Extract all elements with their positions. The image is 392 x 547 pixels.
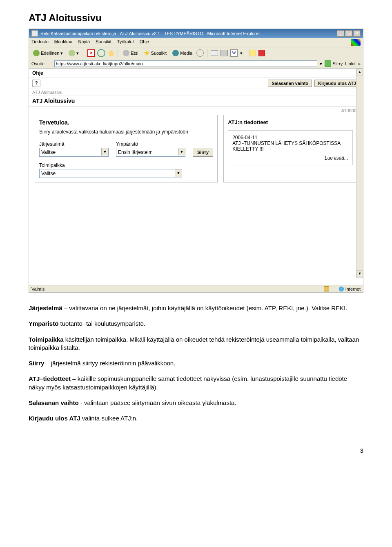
breadcrumb: ATJ Aloitussivu [29, 89, 363, 96]
ie-icon [31, 30, 38, 37]
page-content: Ohje ? Salasanan vaihto Kirjaudu ulos AT… [29, 69, 363, 285]
close-button[interactable]: × [353, 30, 361, 37]
page-number: 3 [29, 447, 363, 454]
back-button[interactable]: Edellinen ▾ [31, 49, 65, 57]
go-button[interactable]: Siirry [325, 60, 343, 67]
jarjestelma-label: Järjestelmä [39, 141, 109, 147]
chevron-down-icon[interactable]: ▼ [178, 148, 185, 156]
minimize-button[interactable]: _ [337, 30, 344, 37]
links-label[interactable]: Linkit [345, 61, 356, 66]
p2-term: Ympäristö [29, 320, 58, 327]
p2-text: tuotanto- tai koulutusympäristö. [58, 320, 145, 327]
window-titlebar: Reki Katsastustoimipaikan rekisteröijä -… [29, 29, 363, 38]
media-button[interactable]: Media [171, 49, 194, 57]
edit-icon[interactable]: W [230, 49, 238, 57]
refresh-icon[interactable] [97, 49, 105, 57]
tiedotteet-panel: ATJ:n tiedotteet 2006-04-11 ATJ -TUNNUST… [223, 115, 357, 182]
p1-term: Järjestelmä [29, 305, 62, 311]
p7-text: valinta sulkee ATJ:n. [80, 415, 138, 422]
tiedote-date: 2006-04-11 [232, 135, 348, 140]
red-icon[interactable] [258, 50, 265, 56]
welcome-heading: Tervetuloa. [39, 119, 213, 126]
jarjestelma-select[interactable]: Valitse▼ [39, 148, 109, 157]
address-bar: Osoite ▾ Siirry Linkit » [29, 59, 363, 69]
favorites-button[interactable]: Suosikit [143, 49, 169, 57]
welcome-text: Siirry allaolevasta valikosta haluamaasi… [39, 129, 213, 135]
menu-muokkaa[interactable]: Muokkaa [54, 39, 73, 46]
zone-text: Internet [345, 287, 361, 291]
toolbar: Edellinen ▾ ▾ × Etsi Suosikit Media W▾ [29, 47, 363, 59]
help-icon[interactable]: ? [32, 80, 40, 87]
search-button[interactable]: Etsi [121, 49, 140, 57]
page-heading: ATJ Aloitussivu [29, 12, 363, 24]
toimipaikka-select[interactable]: Valitse▼ [39, 169, 182, 178]
ymparisto-label: Ympäristö [116, 141, 185, 147]
p3-term: Toimipaikka [29, 336, 64, 343]
mail-icon[interactable] [211, 50, 218, 56]
menu-nayta[interactable]: Näytä [78, 39, 90, 46]
windows-logo-icon [351, 39, 361, 46]
siirry-button[interactable]: Siirry [193, 148, 213, 157]
print-icon[interactable] [220, 50, 228, 56]
p5-text: – kaikille sopimuskumppaneille samat tie… [29, 375, 347, 390]
ohje-header: Ohje [29, 69, 363, 78]
p4-text: – järjestelmä siirtyy rekisteröinnin pää… [44, 360, 175, 367]
stop-icon[interactable]: × [87, 49, 95, 57]
address-label: Osoite [31, 61, 45, 66]
p7-term: Kirjaudu ulos ATJ [29, 415, 80, 422]
status-text: Valmis [31, 287, 45, 291]
status-bar: Valmis Internet [29, 285, 363, 292]
address-dropdown-icon[interactable]: ▾ [320, 61, 322, 67]
kirjaudu-ulos-button[interactable]: Kirjaudu ulos ATJ [314, 80, 360, 87]
p5-term: ATJ–tiedotteet [29, 375, 71, 382]
window-title: Reki Katsastustoimipaikan rekisteröijä -… [40, 31, 260, 36]
scrollbar[interactable]: ▲ ▼ [356, 69, 363, 278]
welcome-panel: Tervetuloa. Siirry allaolevasta valikost… [35, 115, 218, 182]
links-chevron-icon[interactable]: » [358, 61, 361, 66]
page-title: ATJ Aloitussivu [29, 96, 363, 107]
p1-text: – valittavana on ne järjestelmät, joihin… [62, 305, 347, 311]
scroll-down-icon[interactable]: ▼ [356, 270, 363, 278]
note-icon[interactable] [249, 50, 256, 56]
maximize-button[interactable]: ▭ [345, 30, 352, 37]
menu-bar: Tiedosto Muokkaa Näytä Suosikit Työkalut… [29, 38, 363, 47]
history-icon[interactable] [196, 49, 204, 57]
page-icon [47, 61, 52, 66]
tiedote-text: ATJ -TUNNUSTEN LÄHETYS SÄHKÖPOSTISSA KIE… [232, 140, 348, 152]
salasanan-vaihto-button[interactable]: Salasanan vaihto [268, 80, 312, 87]
document-body: Järjestelmä – valittavana on ne järjeste… [29, 304, 363, 422]
home-icon[interactable] [108, 50, 114, 56]
chevron-down-icon[interactable]: ▼ [101, 148, 108, 156]
p4-term: Siirry [29, 360, 44, 367]
tiedotteet-heading: ATJ:n tiedotteet [228, 119, 353, 125]
toimipaikka-label: Toimipaikka [39, 162, 213, 168]
menu-ohje[interactable]: Ohje [140, 39, 149, 46]
lue-lisaa-link[interactable]: Lue lisää... [232, 155, 348, 161]
globe-icon [339, 287, 344, 291]
scroll-up-icon[interactable]: ▲ [356, 69, 363, 76]
browser-screenshot: Reki Katsastustoimipaikan rekisteröijä -… [29, 29, 363, 293]
menu-suosikit[interactable]: Suosikit [96, 39, 111, 46]
address-input[interactable] [54, 60, 317, 67]
forward-button[interactable]: ▾ [67, 49, 80, 57]
lock-icon [324, 286, 329, 291]
p6-text: - valintaan pääsee siirtymään sivun oike… [79, 399, 236, 406]
menu-tiedosto[interactable]: Tiedosto [31, 39, 49, 46]
page-code: ATJ0002 [29, 107, 363, 115]
p6-term: Salasanan vaihto [29, 399, 79, 406]
p3-text: käsittelijän toimipaikka. Mikäli käyttäj… [29, 336, 359, 351]
chevron-down-icon[interactable]: ▼ [175, 169, 182, 177]
ymparisto-select[interactable]: Ensin järjestelm▼ [116, 148, 185, 157]
menu-tyokalut[interactable]: Työkalut [117, 39, 134, 46]
